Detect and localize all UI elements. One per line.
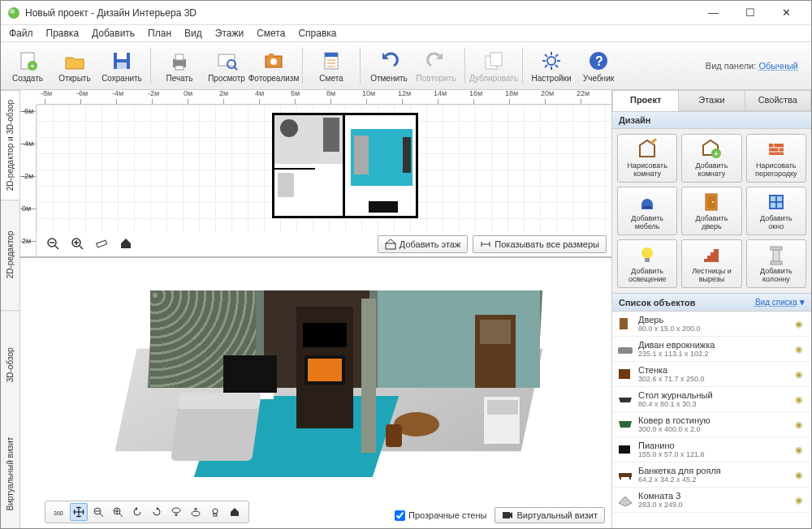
maximize-button[interactable]: ☐ <box>732 1 768 24</box>
design-door-button[interactable]: Добавитьдверь <box>681 187 741 235</box>
zoom-out-icon[interactable] <box>43 234 63 253</box>
toolbar-preview-button[interactable]: Просмотр <box>205 44 248 88</box>
ruler-v-tick: 0м <box>20 209 36 209</box>
toolbar-print-button[interactable]: Печать <box>158 44 201 88</box>
design-column-button[interactable]: Добавитьколонну <box>746 239 806 288</box>
object-item[interactable]: Дверь80.0 x 15.0 x 200.0◉ <box>612 312 811 337</box>
toolbar-settings-button[interactable]: Настройки <box>529 44 573 88</box>
view3d-toolbar: 360 <box>45 501 249 523</box>
menu-справка[interactable]: Справка <box>293 26 341 41</box>
home-3d-icon[interactable] <box>226 503 244 521</box>
toolbar-photo-button[interactable]: Фотореализм <box>252 44 296 88</box>
rotate-left-icon[interactable] <box>128 503 146 521</box>
svg-line-32 <box>555 54 558 57</box>
design-draw-button[interactable]: Нарисоватькомнату <box>617 134 677 183</box>
visibility-eye-icon[interactable]: ◉ <box>795 445 806 455</box>
svg-rect-6 <box>117 53 127 59</box>
object-item[interactable]: Ковер в гостиную300.0 x 400.0 x 2.0◉ <box>612 412 811 437</box>
ruler-h-tick: 22м <box>581 99 581 104</box>
ruler-icon[interactable] <box>92 234 111 253</box>
vtab-0[interactable]: 2D-редактор и 3D-обзор <box>1 90 19 200</box>
ruler-h-tick: 0м <box>188 99 188 104</box>
visibility-eye-icon[interactable]: ◉ <box>795 369 806 380</box>
visibility-eye-icon[interactable]: ◉ <box>795 319 806 329</box>
visibility-eye-icon[interactable]: ◉ <box>795 470 806 480</box>
view-3d[interactable]: 360 Прозрачные стены Виртуальный виз <box>20 258 611 528</box>
add-floor-button[interactable]: Добавить этаж <box>378 235 468 253</box>
toolbar-undo-button[interactable]: Отменить <box>367 44 411 88</box>
svg-rect-84 <box>620 477 621 480</box>
save-icon <box>110 49 133 72</box>
chevron-down-icon[interactable]: ▾ <box>800 297 805 307</box>
help-icon: ? <box>587 49 610 72</box>
toolbar-estimate-button[interactable]: Смета <box>309 44 353 88</box>
main-area: 2D-редактор и 3D-обзор2D-редактор3D-обзо… <box>1 90 811 528</box>
toolbar-dup-button: Дублировать <box>472 44 516 88</box>
viewport-column: -8м-6м-4м-2м0м2м4м6м8м10м12м14м16м18м20м… <box>20 90 611 528</box>
ruler-h-tick: 6м <box>295 99 296 104</box>
transparent-walls-checkbox[interactable]: Прозрачные стены <box>395 510 486 521</box>
design-partition-button[interactable]: Нарисоватьперегородку <box>746 134 806 183</box>
object-item[interactable]: Диван еврокнижка235.1 x 113.1 x 102.2◉ <box>612 337 811 362</box>
rtab-Свойства[interactable]: Свойства <box>745 90 811 111</box>
design-addroom-button[interactable]: +Добавитькомнату <box>681 134 741 183</box>
transparent-walls-input[interactable] <box>395 510 405 521</box>
menu-добавить[interactable]: Добавить <box>87 26 140 41</box>
menu-план[interactable]: План <box>143 26 176 41</box>
object-item[interactable]: Стенка302.6 x 71.7 x 250.0◉ <box>612 362 811 387</box>
object-name: Стол журнальный <box>638 390 790 400</box>
toolbar-open-button[interactable]: Открыть <box>53 44 97 88</box>
menu-правка[interactable]: Правка <box>41 26 84 41</box>
object-item[interactable]: Стол журнальный80.4 x 80.1 x 30.3◉ <box>612 387 811 412</box>
ruler-v-tick: 2м <box>20 241 36 242</box>
vtab-2[interactable]: 3D-обзор <box>1 310 19 419</box>
zoom-out-3d-icon[interactable] <box>89 503 107 521</box>
svg-rect-67 <box>643 206 651 209</box>
design-stairs-button[interactable]: Лестницы ивырезы <box>681 239 741 288</box>
toolbar-new-button[interactable]: +Создать <box>6 44 50 88</box>
vertical-tabs: 2D-редактор и 3D-обзор2D-редактор3D-обзо… <box>1 90 20 528</box>
menu-этажи[interactable]: Этажи <box>210 26 248 41</box>
visibility-eye-icon[interactable]: ◉ <box>795 419 806 430</box>
visibility-eye-icon[interactable]: ◉ <box>795 394 806 405</box>
tilt-up-icon[interactable] <box>187 503 205 521</box>
toolbar-save-button[interactable]: Сохранить <box>100 44 144 88</box>
visibility-eye-icon[interactable]: ◉ <box>795 344 806 355</box>
zoom-in-3d-icon[interactable] <box>109 503 127 521</box>
menu-смета[interactable]: Смета <box>252 26 290 41</box>
rtab-Проект[interactable]: Проект <box>612 90 679 111</box>
visibility-eye-icon[interactable]: ◉ <box>795 495 806 505</box>
close-button[interactable]: ✕ <box>768 1 805 24</box>
menu-вид[interactable]: Вид <box>179 26 207 41</box>
object-item[interactable]: Пианино155.0 x 57.0 x 121.6◉ <box>612 437 811 462</box>
new-icon: + <box>16 49 39 72</box>
object-dimensions: 302.6 x 71.7 x 250.0 <box>638 375 790 383</box>
vtab-1[interactable]: 2D-редактор <box>1 200 19 309</box>
design-furniture-button[interactable]: Добавитьмебель <box>617 187 677 235</box>
rotate-right-icon[interactable] <box>148 503 166 521</box>
pan-icon[interactable] <box>70 503 88 521</box>
show-dimensions-button[interactable]: Показывать все размеры <box>473 235 607 253</box>
vtab-3[interactable]: Виртуальный визит <box>1 419 19 528</box>
virtual-visit-button[interactable]: Виртуальный визит <box>495 507 605 523</box>
rtab-Этажи[interactable]: Этажи <box>679 90 745 111</box>
view-2d[interactable]: -8м-6м-4м-2м0м2м4м6м8м10м12м14м16м18м20м… <box>20 90 611 258</box>
toolbar-label: Просмотр <box>208 74 245 83</box>
toolbar-help-button[interactable]: ?Учебник <box>577 44 620 88</box>
object-item[interactable]: Банкетка для рояля64.2 x 34.2 x 45.2◉ <box>612 462 811 488</box>
design-light-button[interactable]: Добавитьосвещение <box>617 239 677 288</box>
panel-mode-link[interactable]: Обычный <box>758 61 798 71</box>
object-item[interactable]: Комната 3283.0 x 249.0◉ <box>612 488 811 513</box>
design-window-button[interactable]: Добавитьокно <box>746 187 806 235</box>
floorplan[interactable] <box>272 113 418 218</box>
minimize-button[interactable]: — <box>695 1 732 24</box>
home-icon[interactable] <box>116 234 136 253</box>
svg-rect-43 <box>386 243 395 249</box>
object-list-view-link[interactable]: Вид списка <box>755 298 797 307</box>
light-toggle-icon[interactable] <box>206 503 224 521</box>
menu-файл[interactable]: Файл <box>4 26 38 41</box>
tilt-down-icon[interactable] <box>167 503 185 521</box>
rotate-360-icon[interactable]: 360 <box>50 503 68 521</box>
zoom-in-icon[interactable] <box>67 234 87 253</box>
object-list[interactable]: Дверь80.0 x 15.0 x 200.0◉Диван еврокнижк… <box>612 312 811 528</box>
